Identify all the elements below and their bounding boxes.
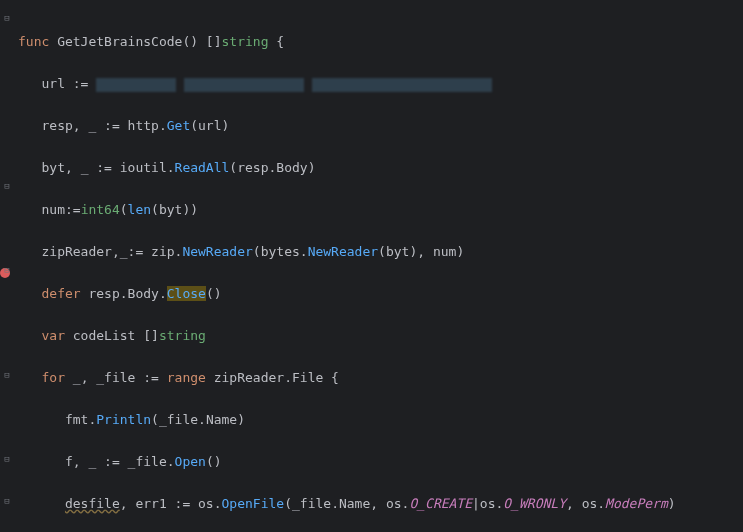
fold-toggle[interactable]: ⊟ bbox=[2, 496, 12, 506]
code-editor[interactable]: func GetJetBrainsCode() []string { url :… bbox=[14, 10, 743, 532]
code-line: f, _ := _file.Open() bbox=[14, 451, 743, 472]
code-line: defer resp.Body.Close() bbox=[14, 283, 743, 304]
fold-toggle[interactable]: ⊟ bbox=[2, 181, 12, 191]
fold-toggle[interactable]: ⊟ bbox=[2, 454, 12, 464]
code-line: url := bbox=[14, 73, 743, 94]
fold-toggle[interactable]: ⊟ bbox=[2, 13, 12, 23]
code-line: for _, _file := range zipReader.File { bbox=[14, 367, 743, 388]
code-line: zipReader,_:= zip.NewReader(bytes.NewRea… bbox=[14, 241, 743, 262]
code-line: num:=int64(len(byt)) bbox=[14, 199, 743, 220]
code-line: fmt.Println(_file.Name) bbox=[14, 409, 743, 430]
code-line: func GetJetBrainsCode() []string { bbox=[14, 31, 743, 52]
code-line: desfile, err1 := os.OpenFile(_file.Name,… bbox=[14, 493, 743, 514]
fold-toggle[interactable]: ⊟ bbox=[2, 265, 12, 275]
code-line: resp, _ := http.Get(url) bbox=[14, 115, 743, 136]
code-line: byt, _ := ioutil.ReadAll(resp.Body) bbox=[14, 157, 743, 178]
gutter: ⊟ ⊟ ⊟ ⊟ ⊟ ⊟ bbox=[0, 0, 14, 532]
fold-toggle[interactable]: ⊟ bbox=[2, 370, 12, 380]
code-line: var codeList []string bbox=[14, 325, 743, 346]
